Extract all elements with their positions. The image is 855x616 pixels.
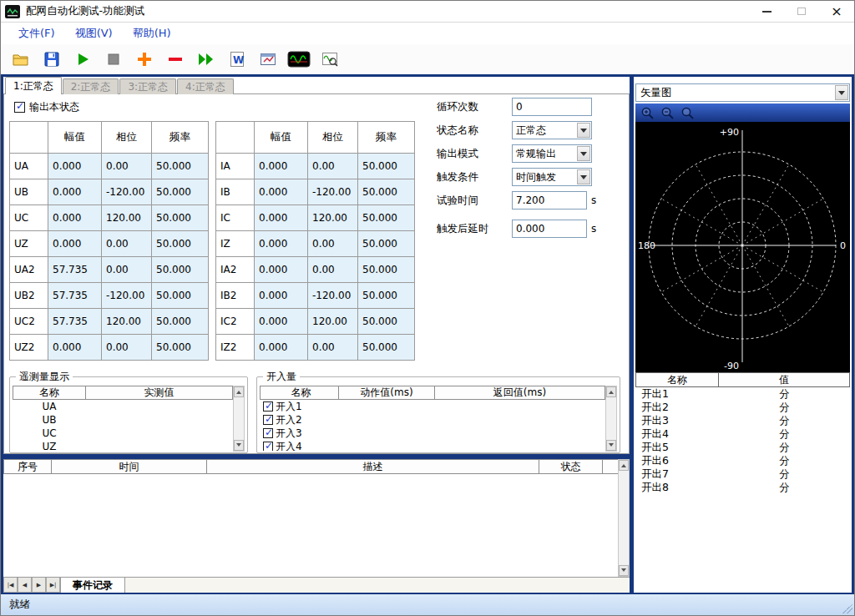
- telemetry-scrollbar[interactable]: [233, 386, 245, 452]
- frequency-cell[interactable]: 50.000: [358, 309, 415, 335]
- frequency-cell[interactable]: 50.000: [358, 257, 415, 283]
- telemetry-row[interactable]: UB: [13, 413, 233, 427]
- telemetry-row[interactable]: UZ: [13, 440, 233, 451]
- frequency-cell[interactable]: 50.000: [152, 309, 209, 335]
- phase-cell[interactable]: 0.00: [102, 335, 152, 361]
- phase-cell[interactable]: -120.00: [102, 283, 152, 309]
- telemetry-row[interactable]: UC: [13, 427, 233, 440]
- frequency-cell[interactable]: 50.000: [152, 154, 209, 179]
- wave-inspect-button[interactable]: [318, 48, 341, 71]
- window-view-button[interactable]: [256, 48, 280, 71]
- binary-output-row[interactable]: 开出4分: [635, 427, 850, 441]
- event-log-tab[interactable]: 事件记录: [60, 578, 125, 593]
- amplitude-cell[interactable]: 0.000: [48, 231, 102, 257]
- amplitude-cell[interactable]: 0.000: [48, 335, 102, 361]
- binary-input-checkbox[interactable]: [263, 401, 273, 412]
- menu-file[interactable]: 文件(F): [11, 23, 63, 43]
- phase-cell[interactable]: 120.00: [308, 309, 358, 335]
- zoom-in-button[interactable]: [639, 105, 655, 120]
- resize-grip-icon[interactable]: [842, 603, 852, 613]
- frequency-cell[interactable]: 50.000: [152, 179, 209, 205]
- amplitude-cell[interactable]: 0.000: [255, 154, 308, 179]
- save-button[interactable]: [40, 48, 63, 71]
- binary-output-row[interactable]: 开出2分: [635, 401, 850, 414]
- phase-cell[interactable]: 120.00: [102, 309, 152, 335]
- state-tab-1[interactable]: 1:正常态: [5, 77, 62, 94]
- frequency-cell[interactable]: 50.000: [152, 283, 209, 309]
- scroll-down-icon[interactable]: [234, 440, 244, 451]
- state-tab-2[interactable]: 2:正常态: [63, 78, 119, 94]
- frequency-cell[interactable]: 50.000: [358, 179, 415, 205]
- binary-output-row[interactable]: 开出5分: [635, 441, 850, 454]
- amplitude-cell[interactable]: 0.000: [255, 309, 308, 335]
- amplitude-cell[interactable]: 0.000: [48, 154, 102, 179]
- state-tab-3[interactable]: 3:正常态: [119, 78, 176, 94]
- binary-output-row[interactable]: 开出7分: [635, 467, 850, 481]
- phase-cell[interactable]: -120.00: [308, 283, 358, 309]
- waveform-button[interactable]: [287, 48, 311, 71]
- binary-input-checkbox[interactable]: [263, 415, 273, 425]
- remove-state-button[interactable]: [164, 48, 187, 71]
- state-name-select[interactable]: 正常态: [512, 121, 592, 139]
- trigger-delay-input[interactable]: [512, 220, 587, 238]
- phase-cell[interactable]: 0.00: [308, 335, 358, 361]
- amplitude-cell[interactable]: 0.000: [255, 335, 308, 361]
- binary-input-checkbox[interactable]: [263, 442, 273, 451]
- event-log-scrollbar[interactable]: [618, 459, 630, 577]
- menu-view[interactable]: 视图(V): [68, 23, 120, 43]
- loop-count-input[interactable]: [512, 98, 592, 116]
- amplitude-cell[interactable]: 57.735: [48, 309, 102, 335]
- previous-page-button[interactable]: ◀: [18, 578, 32, 593]
- phase-cell[interactable]: 120.00: [102, 205, 152, 231]
- phase-cell[interactable]: 120.00: [308, 205, 358, 231]
- open-button[interactable]: [9, 48, 33, 71]
- binary-output-row[interactable]: 开出6分: [635, 454, 850, 467]
- zoom-out-button[interactable]: [659, 105, 675, 120]
- amplitude-cell[interactable]: 57.735: [48, 257, 102, 283]
- output-state-checkbox[interactable]: [14, 102, 25, 113]
- trigger-condition-select[interactable]: 时间触发: [512, 168, 592, 186]
- amplitude-cell[interactable]: 0.000: [255, 257, 308, 283]
- binary-output-row[interactable]: 开出3分: [635, 414, 850, 427]
- amplitude-cell[interactable]: 57.735: [48, 283, 102, 309]
- amplitude-cell[interactable]: 0.000: [255, 283, 308, 309]
- output-mode-select[interactable]: 常规输出: [512, 144, 592, 163]
- word-report-button[interactable]: W: [225, 48, 249, 71]
- phase-cell[interactable]: 0.00: [102, 231, 152, 257]
- start-button[interactable]: [71, 48, 94, 71]
- phase-cell[interactable]: -120.00: [308, 179, 358, 205]
- scroll-up-icon[interactable]: [234, 386, 244, 397]
- phase-cell[interactable]: 0.00: [308, 154, 358, 179]
- next-page-button[interactable]: ▶: [32, 578, 46, 593]
- scroll-down-icon[interactable]: [606, 440, 616, 451]
- telemetry-row[interactable]: UA: [13, 400, 233, 413]
- binary-input-row[interactable]: 开入1: [260, 400, 605, 413]
- frequency-cell[interactable]: 50.000: [152, 205, 209, 231]
- minimize-button[interactable]: [749, 1, 784, 22]
- binary-input-scrollbar[interactable]: [605, 386, 617, 452]
- frequency-cell[interactable]: 50.000: [358, 231, 415, 257]
- scroll-up-icon[interactable]: [606, 386, 616, 397]
- binary-output-row[interactable]: 开出1分: [635, 387, 850, 401]
- binary-output-row[interactable]: 开出8分: [635, 481, 850, 494]
- frequency-cell[interactable]: 50.000: [358, 283, 415, 309]
- binary-input-checkbox[interactable]: [263, 428, 273, 438]
- first-page-button[interactable]: |◀: [3, 578, 18, 593]
- binary-input-row[interactable]: 开入4: [260, 440, 605, 451]
- amplitude-cell[interactable]: 0.000: [255, 179, 308, 205]
- view-select[interactable]: 矢量图: [635, 83, 850, 102]
- scroll-up-icon[interactable]: [619, 460, 629, 471]
- amplitude-cell[interactable]: 0.000: [255, 205, 308, 231]
- frequency-cell[interactable]: 50.000: [152, 257, 209, 283]
- frequency-cell[interactable]: 50.000: [358, 205, 415, 231]
- amplitude-cell[interactable]: 0.000: [48, 205, 102, 231]
- add-state-button[interactable]: [133, 48, 156, 71]
- run-all-button[interactable]: [195, 48, 218, 71]
- event-log-body[interactable]: [3, 474, 618, 577]
- last-page-button[interactable]: ▶|: [46, 578, 60, 593]
- close-button[interactable]: ×: [819, 1, 854, 22]
- frequency-cell[interactable]: 50.000: [358, 154, 415, 179]
- phase-cell[interactable]: 0.00: [308, 257, 358, 283]
- menu-help[interactable]: 帮助(H): [125, 23, 179, 43]
- binary-input-row[interactable]: 开入3: [260, 427, 605, 440]
